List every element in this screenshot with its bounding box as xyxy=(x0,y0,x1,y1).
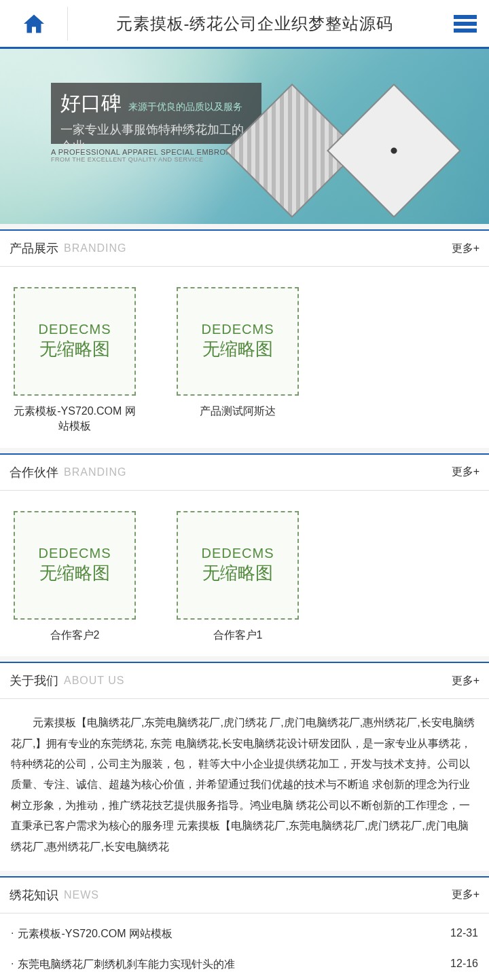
banner-sub1: 来源于优良的品质以及服务 xyxy=(128,101,242,112)
more-link-about[interactable]: 更多+ xyxy=(452,674,479,688)
section-head-products: 产品展示 BRANDING 更多+ xyxy=(0,231,489,267)
section-head-partners: 合作伙伴 BRANDING 更多+ xyxy=(0,455,489,491)
more-link-partners[interactable]: 更多+ xyxy=(452,465,479,479)
menu-icon xyxy=(454,15,477,19)
news-list: · 元素模板-YS720.COM 网站模板 12-31 · 东莞电脑绣花厂刺绣机… xyxy=(0,913,489,980)
news-title: 元素模板-YS720.COM 网站模板 xyxy=(18,927,173,941)
section-title-en: BRANDING xyxy=(64,242,126,255)
hero-banner: 好口碑 来源于优良的品质以及服务 一家专业从事服饰特种绣花加工的企业 A PRO… xyxy=(0,49,489,224)
news-item[interactable]: · 东莞电脑绣花厂刺绣机刹车能力实现针头的准 12-16 xyxy=(11,949,478,980)
home-button[interactable] xyxy=(0,7,68,41)
section-title-en: NEWS xyxy=(64,889,99,901)
banner-text-box: 好口碑 来源于优良的品质以及服务 一家专业从事服饰特种绣花加工的企业 xyxy=(51,83,261,144)
news-item[interactable]: · 元素模板-YS720.COM 网站模板 12-31 xyxy=(11,919,478,949)
section-title-cn: 合作伙伴 xyxy=(10,464,58,480)
section-products: 产品展示 BRANDING 更多+ DEDECMS 无缩略图 元素模板-YS72… xyxy=(0,229,489,448)
section-head-news: 绣花知识 NEWS 更多+ xyxy=(0,878,489,913)
partners-grid: DEDECMS 无缩略图 合作客户2 DEDECMS 无缩略图 合作客户1 xyxy=(0,491,489,656)
menu-button[interactable] xyxy=(441,15,489,33)
more-link-products[interactable]: 更多+ xyxy=(452,242,479,256)
section-about: 关于我们 ABOUT US 更多+ 元素摸板【电脑绣花厂,东莞电脑绣花厂,虎门绣… xyxy=(0,662,489,871)
product-card[interactable]: DEDECMS 无缩略图 元素模板-YS720.COM 网站模板 xyxy=(14,287,136,434)
news-title: 东莞电脑绣花厂刺绣机刹车能力实现针头的准 xyxy=(18,958,235,972)
news-date: 12-31 xyxy=(450,927,478,941)
section-title-cn: 绣花知识 xyxy=(10,887,58,903)
section-head-about: 关于我们 ABOUT US 更多+ xyxy=(0,663,489,699)
header: 元素摸板-绣花公司企业织梦整站源码 xyxy=(0,0,489,49)
partner-thumb: DEDECMS 无缩略图 xyxy=(177,511,299,620)
partner-card[interactable]: DEDECMS 无缩略图 合作客户1 xyxy=(177,511,299,643)
partner-title: 合作客户2 xyxy=(14,628,136,643)
section-partners: 合作伙伴 BRANDING 更多+ DEDECMS 无缩略图 合作客户2 DED… xyxy=(0,453,489,656)
product-title: 产品测试阿斯达 xyxy=(177,404,299,419)
product-title: 元素模板-YS720.COM 网站模板 xyxy=(14,404,136,434)
product-thumb: DEDECMS 无缩略图 xyxy=(177,287,299,396)
products-grid: DEDECMS 无缩略图 元素模板-YS720.COM 网站模板 DEDECMS… xyxy=(0,267,489,448)
product-card[interactable]: DEDECMS 无缩略图 产品测试阿斯达 xyxy=(177,287,299,434)
section-title-en: BRANDING xyxy=(64,466,126,478)
section-title-cn: 关于我们 xyxy=(10,673,58,689)
news-date: 12-16 xyxy=(450,958,478,972)
section-title-cn: 产品展示 xyxy=(10,240,58,257)
page-title: 元素摸板-绣花公司企业织梦整站源码 xyxy=(68,13,441,35)
section-news: 绣花知识 NEWS 更多+ · 元素模板-YS720.COM 网站模板 12-3… xyxy=(0,876,489,980)
partner-title: 合作客户1 xyxy=(177,628,299,643)
partner-card[interactable]: DEDECMS 无缩略图 合作客户2 xyxy=(14,511,136,643)
home-icon xyxy=(22,12,46,36)
about-text: 元素摸板【电脑绣花厂,东莞电脑绣花厂,虎门绣花 厂,虎门电脑绣花厂,惠州绣花厂,… xyxy=(0,699,489,871)
banner-title: 好口碑 xyxy=(60,92,122,114)
section-title-en: ABOUT US xyxy=(64,675,125,687)
partner-thumb: DEDECMS 无缩略图 xyxy=(14,511,136,620)
product-thumb: DEDECMS 无缩略图 xyxy=(14,287,136,396)
more-link-news[interactable]: 更多+ xyxy=(452,888,479,902)
